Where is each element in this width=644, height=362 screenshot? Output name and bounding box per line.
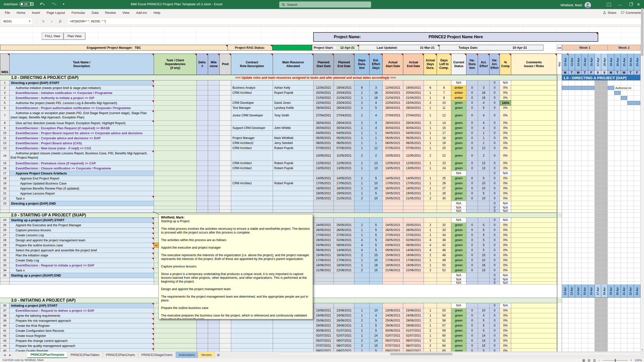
cell-ps[interactable]: 19/05/2021 — [313, 191, 334, 196]
gantt-cell[interactable] — [569, 348, 575, 351]
gantt-cell[interactable] — [582, 298, 588, 303]
cell-com[interactable] — [511, 282, 557, 285]
cell-as[interactable]: 28/04/2021 — [383, 121, 403, 126]
gantt-cell[interactable] — [621, 121, 627, 126]
cell-dep[interactable] — [154, 171, 197, 176]
cell-ee[interactable]: 5 — [370, 106, 383, 111]
cell-com[interactable] — [511, 248, 557, 253]
cell-st[interactable]: green — [451, 323, 466, 328]
cell-ee[interactable] — [370, 273, 383, 278]
cell-dep[interactable] — [154, 106, 197, 111]
cell-dep[interactable] — [154, 210, 197, 213]
cell-pc[interactable]: 0% — [500, 191, 511, 196]
cell-ps[interactable]: 18/06/2021 — [313, 263, 334, 268]
cell-wbs[interactable]: 32 — [0, 258, 10, 263]
gantt-cell[interactable] — [627, 233, 634, 238]
cell-pc[interactable]: N/A — [500, 303, 511, 308]
gantt-cell[interactable] — [634, 106, 640, 111]
cell-wbs[interactable]: 30 — [0, 248, 10, 253]
gantt-cell[interactable] — [595, 263, 601, 268]
col-header-as[interactable]: Actual Start Date — [383, 54, 403, 75]
gantt-cell[interactable] — [614, 273, 621, 278]
cell-deliv[interactable] — [197, 191, 208, 196]
cell-dep[interactable] — [154, 141, 197, 146]
cell-ae[interactable]: 05/05/2021 — [403, 136, 424, 141]
cell-pc[interactable]: 0% — [500, 136, 511, 141]
cell-ae[interactable]: 04/05/2021 — [403, 131, 424, 136]
cell-dl[interactable]: 32 — [437, 223, 451, 228]
cell-ae[interactable]: 13/05/2021 — [403, 166, 424, 171]
gantt-cell[interactable] — [614, 303, 621, 308]
cell-task[interactable]: Starting up a project (SUAP) START — [10, 218, 154, 223]
cell-ee[interactable]: 4 — [370, 111, 383, 121]
cell-st[interactable]: green — [451, 263, 466, 268]
gantt-cell[interactable] — [608, 90, 614, 96]
gantt-cell[interactable] — [621, 146, 627, 151]
cell-st[interactable]: green — [451, 196, 466, 201]
cell-role[interactable] — [231, 328, 273, 333]
cell-pred[interactable] — [220, 96, 231, 101]
gantt-cell[interactable] — [608, 323, 614, 328]
cell-dl[interactable]: 62 — [437, 338, 451, 343]
gantt-cell[interactable] — [569, 161, 575, 166]
task-row[interactable]: 31Plan the initiation stage15/06/202116/… — [0, 253, 640, 258]
cell-ad[interactable] — [424, 278, 437, 282]
cell-dl[interactable] — [437, 171, 451, 176]
gantt-cell[interactable] — [562, 328, 569, 333]
gantt-cell[interactable] — [627, 161, 634, 166]
cell-dep[interactable] — [154, 206, 197, 210]
gantt-cell[interactable] — [562, 253, 569, 258]
gantt-cell[interactable] — [569, 218, 575, 223]
cell-res[interactable] — [273, 338, 313, 343]
gantt-cell[interactable] — [608, 303, 614, 308]
gantt-cell[interactable] — [621, 186, 627, 191]
cell-task[interactable]: Plan the initiation stage — [10, 253, 154, 258]
gantt-cell[interactable] — [627, 308, 634, 313]
gantt-date-header[interactable]: 13-Apr — [569, 54, 575, 70]
gantt-cell[interactable] — [634, 90, 640, 96]
gantt-cell[interactable] — [582, 238, 588, 243]
cell-com[interactable] — [511, 186, 557, 191]
task-row[interactable]: 1Directing a project (DAP) STARTN/A0N/A — [0, 80, 640, 85]
cell-vae[interactable]: 0 — [490, 131, 500, 136]
cell-dl[interactable]: 57 — [437, 323, 451, 328]
cell-com[interactable] — [511, 106, 557, 111]
gantt-cell[interactable] — [608, 126, 614, 131]
gantt-cell[interactable] — [608, 348, 614, 351]
cell-vae[interactable]: 0 — [490, 96, 500, 101]
gantt-cell[interactable] — [575, 210, 582, 213]
gantt-cell[interactable] — [582, 228, 588, 233]
cell-ps[interactable]: 02/07/2021 — [313, 333, 334, 338]
cell-vd[interactable]: 0 — [466, 90, 478, 96]
cell-ee[interactable]: 1 — [370, 131, 383, 136]
cell-ae[interactable] — [403, 282, 424, 285]
gantt-cell[interactable] — [614, 233, 621, 238]
cell-com[interactable] — [511, 146, 557, 151]
gantt-cell[interactable] — [562, 176, 569, 181]
gantt-cell[interactable] — [621, 273, 627, 278]
cell-task[interactable]: Give ad hoc direction (needs Issue Repor… — [10, 121, 154, 126]
cell-dl[interactable]: 52 — [437, 268, 451, 273]
gantt-cell[interactable] — [595, 96, 601, 101]
cell-deliv[interactable] — [197, 348, 208, 351]
cell-vd[interactable] — [466, 206, 478, 210]
cell-ave[interactable]: 10 — [478, 186, 490, 191]
cell-ae[interactable]: 26/05/2021 — [403, 228, 424, 233]
cell-mile[interactable] — [208, 80, 220, 85]
gantt-cell[interactable] — [614, 263, 621, 268]
cell-dd[interactable]: 2 — [354, 223, 370, 228]
gantt-cell[interactable] — [627, 273, 634, 278]
gantt-cell[interactable] — [575, 303, 582, 308]
gantt-cell[interactable] — [569, 228, 575, 233]
cell-st[interactable]: green — [451, 186, 466, 191]
gantt-cell[interactable] — [588, 191, 595, 196]
comments-button[interactable]: Comments — [621, 11, 641, 15]
cell-pc[interactable]: 0% — [500, 308, 511, 313]
cell-pc[interactable]: 0% — [500, 343, 511, 348]
gantt-cell[interactable] — [601, 233, 608, 238]
gantt-cell[interactable] — [582, 90, 588, 96]
gantt-cell[interactable] — [601, 308, 608, 313]
cell-pc[interactable]: N/A — [500, 201, 511, 206]
cell-ps[interactable]: 27/05/2021 — [313, 233, 334, 238]
cell-st[interactable]: green — [451, 343, 466, 348]
